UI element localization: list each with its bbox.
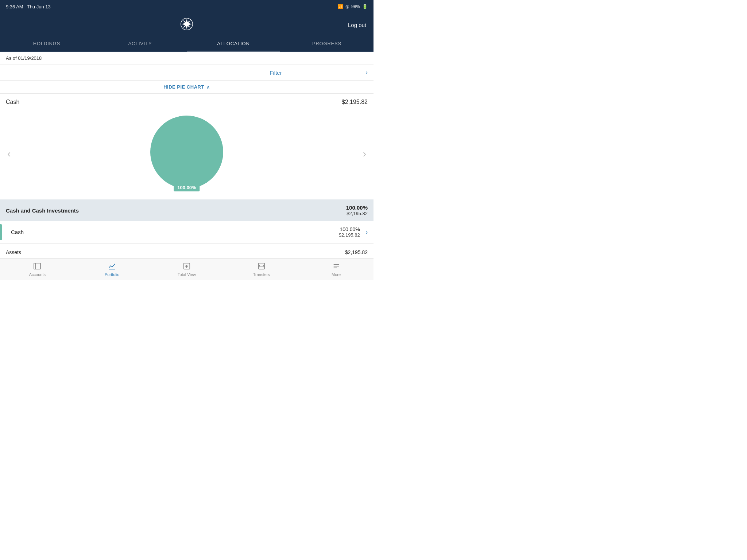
as-of-date: As of 01/19/2018 [6, 55, 42, 61]
tab-progress[interactable]: PROGRESS [280, 36, 374, 51]
battery-level: 98% [351, 4, 360, 9]
section-percentage: 100.00% [346, 205, 368, 211]
header: Log out [0, 13, 374, 36]
totalview-label: Total View [178, 272, 196, 277]
cash-header-row: Cash $2,195.82 [0, 94, 374, 108]
filter-chevron-icon: › [366, 69, 368, 76]
bottom-tab-transfers[interactable]: Transfers [224, 258, 299, 280]
bottom-tab-portfolio[interactable]: Portfolio [75, 258, 150, 280]
assets-label: Assets [6, 249, 21, 255]
tab-holdings[interactable]: HOLDINGS [0, 36, 93, 51]
wifi-icon: 📶 [338, 4, 343, 9]
pie-circle [150, 116, 223, 188]
bottom-tab-accounts[interactable]: Accounts [0, 258, 75, 280]
portfolio-label: Portfolio [105, 272, 119, 277]
status-bar: 9:36 AM Thu Jun 13 📶 ◎ 98% 🔋 [0, 0, 374, 13]
bottom-tab-more[interactable]: More [299, 258, 374, 280]
more-icon [332, 262, 340, 271]
assets-row: Assets $2,195.82 [6, 246, 368, 256]
accounts-label: Accounts [29, 272, 46, 277]
tab-activity[interactable]: ACTIVITY [93, 36, 187, 51]
list-item-name: Cash [11, 229, 24, 235]
location-icon: ◎ [345, 4, 349, 9]
svg-rect-1 [34, 263, 40, 269]
date-row: As of 01/19/2018 [0, 52, 374, 65]
hide-pie-chevron-icon: ∧ [206, 84, 210, 90]
section-values: 100.00% $2,195.82 [346, 205, 368, 216]
list-item-percentage: 100.00% [339, 226, 360, 232]
list-item-amount: $2,195.82 [339, 232, 360, 238]
cash-value: $2,195.82 [342, 99, 368, 105]
tab-allocation[interactable]: ALLOCATION [187, 36, 280, 51]
portfolio-icon [108, 262, 116, 271]
pie-percentage-label: 100.00% [174, 184, 200, 191]
list-item-values: 100.00% $2,195.82 [339, 226, 360, 238]
section-title: Cash and Cash Investments [6, 207, 79, 214]
pie-nav-right-button[interactable]: › [356, 144, 374, 163]
section-header: Cash and Cash Investments 100.00% $2,195… [0, 199, 374, 221]
filter-row[interactable]: Filter › [0, 65, 374, 81]
filter-label: Filter [186, 70, 365, 76]
pie-chart: 100.00% [150, 116, 223, 188]
accounts-icon [33, 262, 41, 271]
main-content: As of 01/19/2018 Filter › HIDE PIE CHART… [0, 52, 374, 256]
bottom-tab-bar: Accounts Portfolio $ Total View [0, 258, 374, 280]
assets-value: $2,195.82 [345, 249, 368, 255]
list-item[interactable]: Cash 100.00% $2,195.82 › [0, 221, 374, 243]
more-label: More [332, 272, 341, 277]
hide-pie-row[interactable]: HIDE PIE CHART ∧ [0, 81, 374, 94]
hide-pie-label: HIDE PIE CHART [163, 84, 204, 90]
section-amount: $2,195.82 [346, 211, 368, 216]
app-logo [180, 18, 193, 32]
pie-chart-area: ‹ 100.00% › [0, 108, 374, 199]
cash-label: Cash [6, 99, 19, 105]
status-date: Thu Jun 13 [27, 4, 51, 9]
battery-icon: 🔋 [362, 4, 368, 9]
bottom-tab-totalview[interactable]: $ Total View [150, 258, 224, 280]
status-time: 9:36 AM [6, 4, 23, 9]
transfers-icon [258, 262, 266, 271]
list-item-accent [0, 224, 2, 240]
list-item-content: Cash [6, 229, 339, 236]
transfers-label: Transfers [253, 272, 270, 277]
totalview-icon: $ [183, 262, 191, 271]
list-item-chevron-icon: › [366, 229, 368, 236]
pie-nav-left-button[interactable]: ‹ [0, 144, 18, 163]
svg-text:$: $ [186, 264, 187, 268]
logout-button[interactable]: Log out [348, 22, 366, 28]
summary-section: Assets $2,195.82 Liabilities1 $0.00 Net … [0, 243, 374, 256]
nav-tabs: HOLDINGS ACTIVITY ALLOCATION PROGRESS [0, 36, 374, 52]
